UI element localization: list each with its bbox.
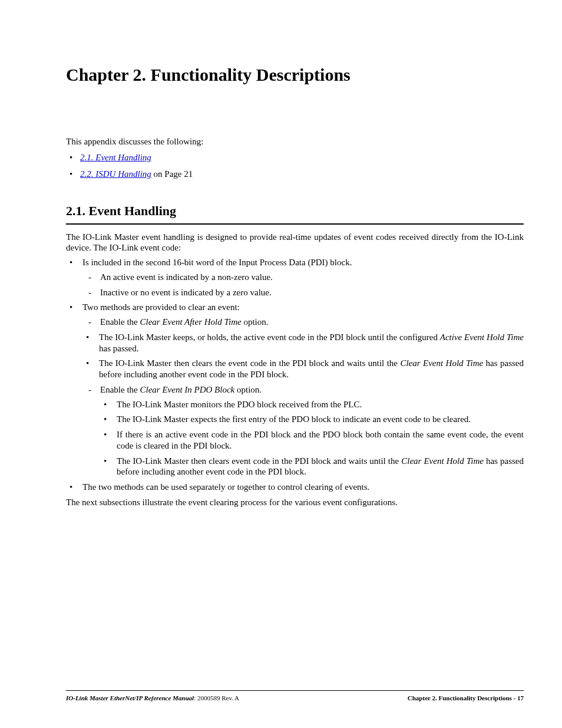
list-item: Enable the Clear Event After Hold Time o… [82,317,524,328]
list-item: If there is an active event code in the … [100,429,524,452]
footer-left: IO-Link Master EtherNet/IP Reference Man… [66,694,239,701]
page-footer: IO-Link Master EtherNet/IP Reference Man… [66,690,524,701]
list-text: Two methods are provided to clear an eve… [82,302,240,312]
list-item: Is included in the second 16-bit word of… [66,257,524,298]
emphasis: Clear Event Hold Time [400,358,483,368]
body-paragraph: The IO-Link Master event handling is des… [66,232,524,254]
section-rule [66,223,524,225]
section-heading: 2.1. Event Handling [66,203,524,219]
intro-link-list: 2.1. Event Handling 2.2. ISDU Handling o… [66,151,524,181]
text-run: option. [242,317,269,327]
text-run: Enable the [100,317,140,327]
list-item: The two methods can be used separately o… [66,482,524,493]
footer-rule [66,690,524,691]
text-run: The IO-Link Master keeps, or holds, the … [99,332,440,342]
text-run: The IO-Link Master then clears event cod… [117,456,401,466]
link-suffix: on Page 21 [151,169,193,179]
list-item: The IO-Link Master keeps, or holds, the … [82,332,524,354]
list-item: The IO-Link Master then clears the event… [82,358,524,380]
emphasis: Active Event Hold Time [440,332,524,342]
link-event-handling[interactable]: 2.1. Event Handling [80,153,151,162]
manual-rev: : 2000589 Rev. A [194,694,239,701]
intro-paragraph: This appendix discusses the following: [66,137,524,147]
intro-link-item: 2.2. ISDU Handling on Page 21 [66,168,524,181]
text-run: option. [234,385,262,394]
footer-right: Chapter 2. Functionality Descriptions - … [408,694,524,701]
intro-link-item: 2.1. Event Handling [66,151,524,164]
list-text: Is included in the second 16-bit word of… [82,258,352,267]
text-run: The IO-Link Master then clears the event… [99,358,400,368]
body-paragraph: The next subsections illustrate the even… [66,497,524,508]
text-run: has passed. [99,344,139,353]
list-item: The IO-Link Master then clears event cod… [100,456,524,478]
list-item: Two methods are provided to clear an eve… [66,302,524,477]
link-isdu-handling[interactable]: 2.2. ISDU Handling [80,169,151,179]
manual-title: IO-Link Master EtherNet/IP Reference Man… [66,694,194,701]
list-item: The IO-Link Master expects the first ent… [100,414,524,425]
text-run: Enable the [100,385,140,394]
list-item: The IO-Link Master monitors the PDO bloc… [100,399,524,410]
list-item: Inactive or no event is indicated by a z… [82,287,524,298]
body-list: Is included in the second 16-bit word of… [66,257,524,493]
list-item: Enable the Clear Event In PDO Block opti… [82,384,524,477]
emphasis: Clear Event After Hold Time [140,317,241,327]
list-item: An active event is indicated by a non-ze… [82,272,524,283]
emphasis: Clear Event Hold Time [401,456,484,466]
chapter-title: Chapter 2. Functionality Descriptions [66,65,524,85]
emphasis: Clear Event In PDO Block [140,385,234,394]
